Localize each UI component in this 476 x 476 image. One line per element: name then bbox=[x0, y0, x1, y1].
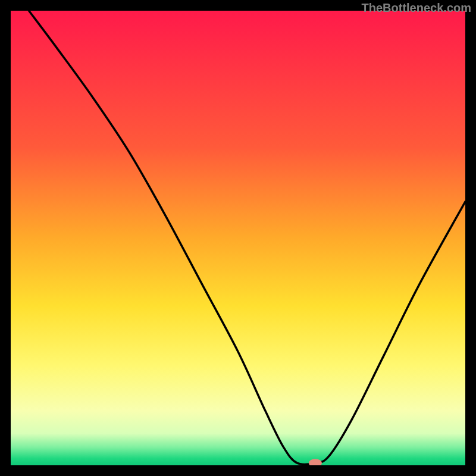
watermark-text: TheBottleneck.com bbox=[362, 1, 471, 15]
chart-svg bbox=[0, 0, 476, 476]
bottleneck-chart: TheBottleneck.com bbox=[0, 0, 476, 476]
